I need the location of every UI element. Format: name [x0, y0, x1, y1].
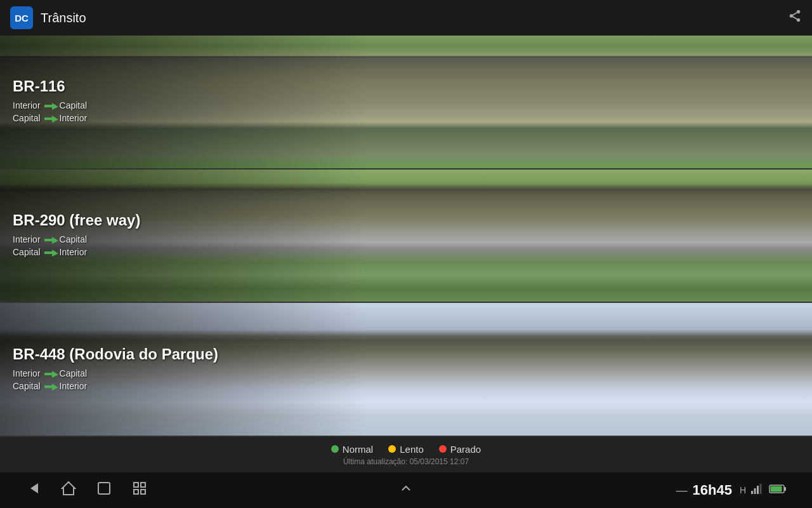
section-info-br448: BR-448 (Rodovia do Parque) Interior Capi… [0, 345, 218, 394]
svg-point-1 [790, 14, 794, 18]
stopped-dot [439, 445, 447, 453]
direction1-br116: Interior Capital [13, 100, 87, 110]
svg-marker-12 [52, 250, 58, 257]
normal-dot [331, 445, 339, 453]
legend: Normal Lento Parado [331, 444, 481, 455]
arrow-icon-2b [44, 249, 56, 255]
direction2-br116: Capital Interior [13, 113, 87, 123]
legend-stopped: Parado [439, 444, 481, 455]
svg-marker-18 [62, 482, 75, 495]
svg-rect-29 [784, 487, 786, 491]
svg-rect-22 [134, 490, 138, 494]
svg-marker-6 [52, 104, 58, 110]
section-info-br290: BR-290 (free way) Interior Capital Capit… [0, 211, 140, 260]
svg-point-0 [797, 10, 801, 14]
last-update: Última atualização: 05/03/2015 12:07 [343, 457, 469, 466]
direction2-br448: Capital Interior [13, 381, 218, 391]
keyboard-icon: H [740, 485, 746, 495]
android-nav-bar: — 16h45 H [0, 472, 812, 508]
app-title: Trânsito [41, 11, 788, 25]
time-display: 16h45 [692, 482, 731, 498]
svg-rect-30 [771, 486, 782, 492]
arrow-icon-1b [44, 115, 56, 121]
logo-text: DC [15, 13, 29, 23]
slow-dot [388, 445, 396, 453]
slow-label: Lento [400, 444, 424, 455]
svg-rect-27 [760, 484, 762, 494]
recent-apps-button[interactable] [96, 481, 112, 500]
main-content: BR-116 Interior Capital Capital Interior… [0, 36, 812, 437]
battery-icon [769, 484, 787, 497]
svg-rect-19 [98, 483, 110, 494]
svg-marker-16 [52, 384, 58, 391]
app-logo: DC [10, 6, 33, 29]
svg-marker-10 [52, 237, 58, 244]
traffic-section-br116[interactable]: BR-116 Interior Capital Capital Interior [0, 36, 812, 170]
legend-slow: Lento [388, 444, 424, 455]
home-button[interactable] [61, 481, 76, 500]
traffic-section-br290[interactable]: BR-290 (free way) Interior Capital Capit… [0, 170, 812, 304]
minus-icon: — [676, 484, 687, 497]
nav-center-group [398, 481, 414, 500]
svg-marker-17 [30, 483, 38, 493]
back-button[interactable] [25, 481, 41, 500]
direction2-br290: Capital Interior [13, 247, 140, 257]
direction1-br448: Interior Capital [13, 368, 218, 378]
svg-rect-23 [141, 490, 145, 494]
arrow-icon-3b [44, 383, 56, 389]
road-name-br448: BR-448 (Rodovia do Parque) [13, 345, 218, 363]
nav-right-group: — 16h45 H [676, 482, 787, 498]
road-name-br290: BR-290 (free way) [13, 211, 140, 229]
legend-normal: Normal [331, 444, 373, 455]
up-chevron-icon[interactable] [398, 483, 414, 499]
arrow-icon-2a [44, 236, 56, 243]
nav-left-group [25, 481, 147, 500]
share-icon[interactable] [788, 9, 802, 27]
svg-marker-14 [52, 371, 58, 378]
svg-line-4 [793, 13, 797, 15]
svg-rect-24 [751, 491, 753, 494]
top-bar: DC Trânsito [0, 0, 812, 36]
direction1-br290: Interior Capital [13, 234, 140, 244]
arrow-icon-1a [44, 102, 56, 109]
svg-rect-21 [141, 483, 145, 487]
traffic-section-br448[interactable]: BR-448 (Rodovia do Parque) Interior Capi… [0, 303, 812, 437]
svg-rect-26 [757, 486, 759, 494]
svg-point-2 [797, 18, 801, 22]
road-name-br116: BR-116 [13, 77, 87, 95]
status-bar: Normal Lento Parado Última atualização: … [0, 437, 812, 472]
svg-marker-8 [52, 116, 58, 123]
svg-rect-25 [754, 488, 756, 494]
arrow-icon-3a [44, 370, 56, 377]
svg-rect-20 [134, 483, 138, 487]
qr-button[interactable] [132, 481, 147, 500]
section-info-br116: BR-116 Interior Capital Capital Interior [0, 77, 87, 126]
signal-bars-icon [751, 484, 764, 497]
svg-line-3 [793, 17, 797, 19]
stopped-label: Parado [450, 444, 481, 455]
normal-label: Normal [343, 444, 373, 455]
